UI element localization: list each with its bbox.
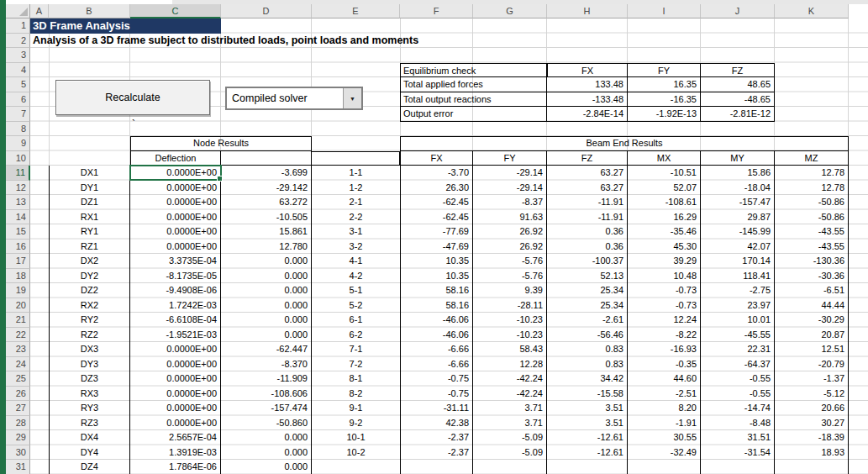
- beam-fx-cell[interactable]: -0.75: [400, 387, 473, 402]
- node-value-cell[interactable]: -8.370: [221, 357, 312, 372]
- row-header[interactable]: 17: [6, 254, 30, 269]
- deflection-cell[interactable]: 0.0000E+00: [130, 195, 221, 210]
- beam-fy-cell[interactable]: [473, 460, 547, 474]
- beam-fy-cell[interactable]: -29.14: [473, 181, 547, 196]
- beam-my-cell[interactable]: -31.54: [701, 445, 775, 461]
- beam-fz-cell[interactable]: -12.61: [547, 430, 628, 445]
- deflection-cell[interactable]: -1.9521E-03: [130, 328, 221, 343]
- beam-fz-cell[interactable]: 3.51: [547, 416, 628, 431]
- deflection-cell[interactable]: 0.0000E+00: [130, 371, 221, 387]
- dof-label-cell[interactable]: RY1: [49, 224, 130, 240]
- deflection-cell[interactable]: 0.0000E+00: [130, 210, 221, 225]
- beam-mx-cell[interactable]: -0.73: [628, 298, 701, 313]
- deflection-cell[interactable]: 0.0000E+00: [130, 342, 221, 357]
- column-header[interactable]: I: [628, 4, 701, 18]
- row-header[interactable]: 15: [6, 224, 30, 240]
- beam-mz-cell[interactable]: 20.87: [775, 328, 849, 343]
- select-all-corner[interactable]: [6, 4, 30, 18]
- beam-id-cell[interactable]: 10-2: [312, 445, 400, 461]
- beam-my-cell[interactable]: -14.74: [701, 401, 775, 416]
- beam-id-cell[interactable]: 9-1: [312, 401, 400, 416]
- column-header[interactable]: K: [775, 4, 849, 18]
- equilibrium-fz-cell[interactable]: -48.65: [701, 92, 775, 108]
- dof-label-cell[interactable]: DZ3: [49, 371, 130, 387]
- beam-my-cell[interactable]: -8.48: [701, 416, 775, 431]
- beam-fx-cell[interactable]: 10.35: [400, 254, 473, 269]
- node-value-cell[interactable]: -10.505: [221, 210, 312, 225]
- beam-my-cell[interactable]: -2.75: [701, 283, 775, 298]
- beam-id-cell[interactable]: 8-1: [312, 371, 400, 387]
- equilibrium-fz-cell[interactable]: 48.65: [701, 77, 775, 92]
- beam-fz-cell[interactable]: -100.37: [547, 254, 628, 269]
- beam-fz-cell[interactable]: -56.46: [547, 328, 628, 343]
- beam-my-cell[interactable]: -157.47: [701, 195, 775, 210]
- recalculate-button[interactable]: Recalculate: [55, 80, 210, 115]
- column-header[interactable]: C: [130, 4, 221, 18]
- row-header[interactable]: 21: [6, 313, 30, 328]
- beam-mz-cell[interactable]: 20.66: [775, 401, 849, 416]
- equilibrium-column-header[interactable]: FX: [547, 63, 628, 78]
- deflection-cell[interactable]: -6.6108E-04: [130, 313, 221, 328]
- beam-column-header[interactable]: FZ: [547, 151, 628, 166]
- dof-label-cell[interactable]: DX2: [49, 254, 130, 269]
- node-value-cell[interactable]: -62.447: [221, 342, 312, 357]
- empty-cell[interactable]: [312, 151, 400, 166]
- deflection-cell[interactable]: 1.7242E-03: [130, 298, 221, 313]
- node-value-cell[interactable]: 0.000: [221, 328, 312, 343]
- equilibrium-column-header[interactable]: FZ: [701, 63, 775, 78]
- node-value-cell[interactable]: 0.000: [221, 283, 312, 298]
- beam-fx-cell[interactable]: -46.06: [400, 328, 473, 343]
- beam-fz-cell[interactable]: -11.91: [547, 195, 628, 210]
- row-header[interactable]: 29: [6, 430, 30, 445]
- column-header[interactable]: B: [49, 4, 130, 18]
- row-header[interactable]: 12: [6, 181, 30, 196]
- row-header[interactable]: 8: [6, 122, 30, 137]
- beam-mz-cell[interactable]: -30.36: [775, 269, 849, 284]
- row-header[interactable]: 23: [6, 342, 30, 357]
- node-value-cell[interactable]: 15.861: [221, 224, 312, 240]
- beam-mx-cell[interactable]: 39.29: [628, 254, 701, 269]
- equilibrium-fx-cell[interactable]: -133.48: [547, 92, 628, 108]
- beam-fz-cell[interactable]: -12.61: [547, 445, 628, 461]
- beam-fz-cell[interactable]: 63.27: [547, 166, 628, 181]
- beam-mx-cell[interactable]: -32.49: [628, 445, 701, 461]
- node-value-cell[interactable]: 0.000: [221, 298, 312, 313]
- beam-my-cell[interactable]: 42.07: [701, 240, 775, 255]
- beam-fx-cell[interactable]: 58.16: [400, 283, 473, 298]
- beam-fz-cell[interactable]: -2.61: [547, 313, 628, 328]
- node-value-cell[interactable]: 0.000: [221, 313, 312, 328]
- beam-id-cell[interactable]: 1-2: [312, 181, 400, 196]
- node-value-cell[interactable]: 0.000: [221, 430, 312, 445]
- node-value-cell[interactable]: -3.699: [221, 166, 312, 181]
- equilibrium-fy-cell[interactable]: 16.35: [628, 77, 701, 92]
- column-header[interactable]: F: [400, 4, 473, 18]
- beam-fy-cell[interactable]: -42.24: [473, 387, 547, 402]
- beam-id-cell[interactable]: 5-2: [312, 298, 400, 313]
- empty-cell[interactable]: [49, 136, 130, 151]
- deflection-cell[interactable]: 0.0000E+00: [130, 224, 221, 240]
- equilibrium-row-label[interactable]: Total output reactions: [400, 92, 547, 108]
- beam-fy-cell[interactable]: 12.28: [473, 357, 547, 372]
- beam-my-cell[interactable]: -18.04: [701, 181, 775, 196]
- row-header[interactable]: 6: [6, 92, 30, 108]
- row-header[interactable]: 4: [6, 63, 30, 78]
- beam-mz-cell[interactable]: -50.86: [775, 210, 849, 225]
- beam-fy-cell[interactable]: 26.92: [473, 224, 547, 240]
- dof-label-cell[interactable]: DX3: [49, 342, 130, 357]
- beam-id-cell[interactable]: 5-1: [312, 283, 400, 298]
- solver-dropdown-arrow-button[interactable]: ▼: [343, 88, 361, 108]
- beam-id-cell[interactable]: 1-1: [312, 166, 400, 181]
- beam-mz-cell[interactable]: [775, 460, 849, 474]
- node-value-cell[interactable]: 12.780: [221, 240, 312, 255]
- dof-label-cell[interactable]: RZ3: [49, 416, 130, 431]
- workbook-title-cell[interactable]: 3D Frame Analysis: [30, 18, 221, 34]
- beam-fz-cell[interactable]: 3.51: [547, 401, 628, 416]
- beam-id-cell[interactable]: 4-1: [312, 254, 400, 269]
- row-header[interactable]: 13: [6, 195, 30, 210]
- beam-mx-cell[interactable]: 52.07: [628, 181, 701, 196]
- deflection-cell[interactable]: 0.0000E+00: [130, 357, 221, 372]
- beam-fz-cell[interactable]: 0.83: [547, 357, 628, 372]
- beam-mz-cell[interactable]: 12.78: [775, 166, 849, 181]
- beam-mx-cell[interactable]: -108.61: [628, 195, 701, 210]
- beam-fx-cell[interactable]: -77.69: [400, 224, 473, 240]
